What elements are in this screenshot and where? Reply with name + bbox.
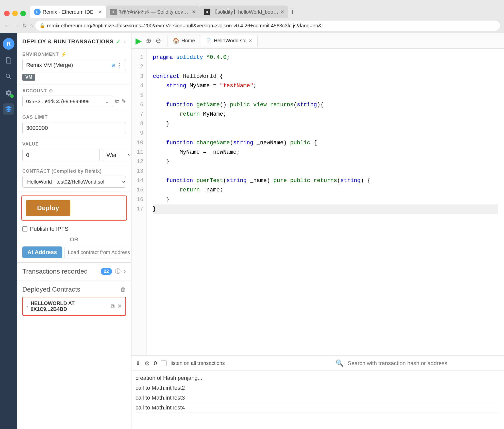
- at-address-button[interactable]: At Address: [22, 246, 62, 258]
- env-select-controls: ⊕ ⋮: [111, 62, 122, 68]
- tab-remix[interactable]: R Remix - Ethereum IDE ✕: [30, 6, 106, 18]
- zoom-in-button[interactable]: ⊕: [146, 37, 152, 45]
- sidebar-logo[interactable]: R: [3, 38, 14, 50]
- edit-account-icon[interactable]: ✎: [121, 98, 126, 105]
- deploy-button[interactable]: Deploy: [26, 200, 70, 216]
- contract-expand-arrow[interactable]: ›: [26, 303, 28, 309]
- editor-tab-helloworld[interactable]: 📄 HelloWorld.sol ✕: [201, 35, 258, 46]
- line-num-16: 16: [135, 195, 143, 204]
- tab-solidity-close[interactable]: ✕: [192, 9, 196, 15]
- line-num-2: 2: [135, 62, 143, 72]
- listen-checkbox[interactable]: [161, 361, 166, 366]
- tab-remix-close[interactable]: ✕: [98, 9, 102, 15]
- forward-button[interactable]: →: [13, 22, 20, 30]
- url-bar[interactable]: 🔒 remix.ethereum.org/#optimize=false&run…: [35, 21, 500, 31]
- sidebar-item-files[interactable]: [3, 55, 14, 66]
- copy-contract-icon[interactable]: ⧉: [111, 303, 115, 310]
- trash-icon[interactable]: 🗑: [120, 286, 126, 293]
- sidebar-item-deploy[interactable]: [3, 103, 14, 115]
- value-section: VALUE Wei Gwei Finney Ether: [17, 138, 131, 165]
- transactions-info-icon[interactable]: ⓘ: [115, 267, 121, 275]
- home-tab-label: Home: [181, 38, 195, 44]
- sidebar-item-search[interactable]: [3, 71, 14, 82]
- maximize-traffic-light[interactable]: [20, 11, 26, 16]
- remix-tab-icon: R: [34, 9, 41, 15]
- reload-button[interactable]: ↻: [22, 22, 27, 29]
- traffic-lights: [4, 11, 26, 16]
- url-text: remix.ethereum.org/#optimize=false&runs=…: [47, 23, 323, 29]
- line-num-9: 9: [135, 129, 143, 138]
- close-contract-icon[interactable]: ✕: [117, 303, 122, 310]
- account-plus-icon[interactable]: ⊕: [49, 88, 53, 94]
- value-unit-select[interactable]: Wei Gwei Finney Ether: [102, 149, 131, 161]
- code-line-9: [153, 129, 498, 138]
- transactions-expand-icon[interactable]: ›: [124, 267, 126, 275]
- zoom-out-button[interactable]: ⊖: [156, 37, 161, 45]
- code-line-6: function getName() public view returns(s…: [153, 100, 498, 110]
- sidebar-item-compile[interactable]: [3, 87, 14, 98]
- value-label: VALUE: [22, 141, 126, 147]
- log-entry-1: call to Math.intTest2: [136, 383, 500, 393]
- code-line-16: }: [153, 195, 498, 204]
- environment-label: ENVIRONMENT ⚡: [22, 51, 126, 57]
- new-tab-button[interactable]: +: [290, 8, 295, 16]
- console-toolbar: ⇓ ⊗ 0 listen on all transactions 🔍: [131, 356, 504, 371]
- gas-limit-input[interactable]: [22, 122, 126, 134]
- deployed-contracts-header: Deployed Contracts 🗑: [22, 285, 126, 293]
- console-search-icon[interactable]: 🔍: [335, 359, 344, 367]
- code-content[interactable]: pragma solidity ^0.4.0; contract HelloWo…: [147, 49, 504, 355]
- deploy-section-wrapper: Deploy: [21, 195, 127, 221]
- environment-section: ENVIRONMENT ⚡ Remix VM (Merge) ⊕ ⋮ VM: [17, 48, 131, 84]
- contract-select[interactable]: HelloWorld - test02/HelloWorld.sol: [22, 176, 126, 188]
- console-stop-icon[interactable]: ⊗: [145, 360, 150, 367]
- browser-chrome: R Remix - Ethereum IDE ✕ ≡ 智能合约概述 — Soli…: [0, 0, 504, 33]
- contract-label: CONTRACT (Compiled by Remix): [22, 169, 126, 174]
- code-line-13: [153, 167, 498, 176]
- publish-checkbox[interactable]: [22, 226, 27, 231]
- bottom-console: ⇓ ⊗ 0 listen on all transactions 🔍 creat…: [131, 355, 504, 429]
- environment-value: Remix VM (Merge): [26, 62, 73, 68]
- console-search-input[interactable]: [348, 360, 500, 367]
- gas-limit-label: GAS LIMIT: [22, 115, 126, 120]
- line-num-17: 17: [135, 204, 143, 214]
- code-line-10: function changeName(string _newName) pub…: [153, 138, 498, 148]
- transactions-section[interactable]: Transactions recorded 22 ⓘ ›: [17, 262, 131, 280]
- account-label-row: ACCOUNT ⊕: [22, 88, 126, 94]
- line-num-12: 12: [135, 157, 143, 166]
- home-tab-icon: 🏠: [173, 38, 179, 44]
- console-clear-icon[interactable]: ⇓: [136, 360, 141, 367]
- tab-solidity[interactable]: ≡ 智能合约概述 — Solidity develo... ✕: [106, 6, 200, 18]
- env-more-icon[interactable]: ⋮: [117, 62, 122, 68]
- log-entry-0: creation of Hash.penjang...: [136, 373, 500, 383]
- minimize-traffic-light[interactable]: [12, 11, 18, 16]
- environment-text: ENVIRONMENT: [22, 52, 59, 57]
- env-globe-icon: ⊕: [111, 62, 115, 68]
- copy-account-icon[interactable]: ⧉: [115, 98, 119, 105]
- tab-hello[interactable]: ■ 【solidity】helloWorld_boolear... ✕: [200, 6, 288, 18]
- editor-tab-home[interactable]: 🏠 Home: [167, 35, 200, 46]
- account-select[interactable]: 0x5B3...eddC4 (99.9999999 ⌄: [22, 96, 113, 107]
- account-section: ACCOUNT ⊕ 0x5B3...eddC4 (99.9999999 ⌄ ⧉ …: [17, 84, 131, 111]
- helloworld-tab-icon: 📄: [206, 38, 212, 44]
- transactions-label: Transactions recorded: [22, 267, 98, 275]
- helloworld-tab-close[interactable]: ✕: [248, 38, 252, 44]
- code-line-2: [153, 62, 498, 72]
- tab-hello-close[interactable]: ✕: [280, 9, 284, 15]
- panel-header: DEPLOY & RUN TRANSACTIONS ✓ ›: [17, 33, 131, 48]
- lock-icon: 🔒: [39, 23, 45, 28]
- console-logs: creation of Hash.penjang... call to Math…: [131, 371, 504, 429]
- solidity-tab-icon: ≡: [110, 9, 117, 15]
- back-button[interactable]: ←: [4, 22, 11, 30]
- at-address-input[interactable]: [64, 247, 131, 258]
- line-num-11: 11: [135, 148, 143, 157]
- run-button[interactable]: ▶: [136, 36, 142, 46]
- helloworld-tab-label: HelloWorld.sol: [214, 38, 246, 44]
- line-num-14: 14: [135, 176, 143, 185]
- home-nav-button[interactable]: ⌂: [29, 22, 33, 29]
- close-traffic-light[interactable]: [4, 11, 10, 16]
- value-input[interactable]: [22, 149, 100, 161]
- expand-icon[interactable]: ›: [124, 38, 126, 45]
- environment-select[interactable]: Remix VM (Merge) ⊕ ⋮: [22, 59, 126, 71]
- account-label: ACCOUNT: [22, 88, 47, 94]
- line-num-1: 1: [135, 53, 143, 62]
